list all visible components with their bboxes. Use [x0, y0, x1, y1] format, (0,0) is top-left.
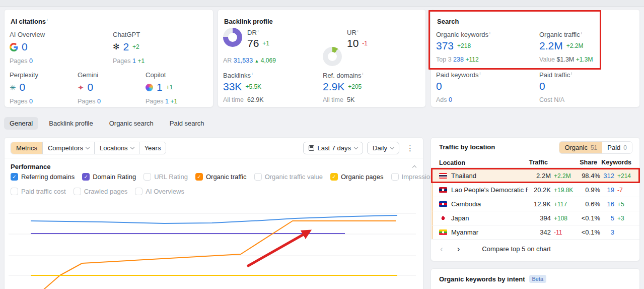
pages-count[interactable]: 0: [97, 98, 101, 105]
checkbox-checked-icon[interactable]: ✓: [11, 173, 18, 181]
compare-top5-link[interactable]: Compare top 5 on chart: [482, 245, 551, 253]
pages-count[interactable]: 1: [165, 98, 169, 105]
checkbox-unchecked-icon[interactable]: [11, 188, 18, 195]
keywords-value[interactable]: 16: [600, 200, 614, 208]
checkbox-checked-icon[interactable]: ✓: [82, 173, 90, 181]
metric-checkbox-organic-traffic[interactable]: ✓Organic traffic: [195, 173, 247, 181]
paid-traffic-value[interactable]: 0: [539, 80, 545, 92]
ur-value: 10: [347, 37, 359, 49]
segment-locations[interactable]: Locations: [95, 142, 139, 154]
tab-general[interactable]: General: [4, 117, 38, 130]
share-value: 98.4%: [574, 172, 600, 180]
performance-title: Performance: [11, 163, 50, 170]
share-value: 0.9%: [574, 186, 600, 194]
checkbox-unchecked-icon[interactable]: [391, 173, 399, 181]
th-flag-icon: [439, 173, 447, 179]
gemini-icon: ✦: [78, 84, 84, 91]
date-range-button[interactable]: Last 7 days: [303, 142, 364, 154]
traffic-value: 2.2M: [528, 172, 551, 180]
tab-backlink-profile[interactable]: Backlink profile: [43, 117, 98, 130]
share-value: 0.6%: [574, 200, 600, 208]
table-row-japan[interactable]: Japan394+108<0.1%5+3: [431, 211, 639, 225]
checkbox-unchecked-icon[interactable]: [254, 173, 262, 181]
paid-keywords-value[interactable]: 0: [436, 80, 442, 92]
column-location: Location: [439, 159, 525, 167]
toggle-paid[interactable]: Paid0: [602, 142, 632, 153]
keywords-delta: -7: [614, 187, 631, 194]
copilot-value[interactable]: 1: [157, 81, 163, 93]
tab-paid-search[interactable]: Paid search: [164, 117, 210, 130]
keywords-value[interactable]: 19: [600, 186, 614, 194]
ref-domains-value[interactable]: 2.9K: [323, 81, 344, 93]
metric-checkbox-impressions[interactable]: Impressions: [391, 173, 437, 181]
organic-keywords-value[interactable]: 373: [436, 40, 454, 52]
ur-donut: [323, 47, 342, 66]
next-page-icon[interactable]: ›: [456, 245, 461, 253]
pages-count[interactable]: 0: [29, 57, 33, 65]
info-icon: i: [357, 29, 359, 33]
ads-count[interactable]: 0: [449, 96, 452, 103]
traffic-value: 12.9K: [528, 200, 551, 208]
perplexity-value[interactable]: 0: [20, 81, 26, 93]
location-name: Thailand: [451, 172, 476, 180]
pages-count[interactable]: 0: [29, 98, 33, 105]
table-pagination: ‹ › Compare top 5 on chart: [439, 245, 551, 253]
info-icon: i: [571, 71, 572, 76]
table-row-myanmar[interactable]: Myanmar342-11<0.1%3: [431, 225, 639, 240]
metric-copilot: Copilot 1 +1 Pages 1 +1: [146, 71, 177, 105]
search-title: Search: [437, 18, 459, 25]
granularity-button[interactable]: Daily: [367, 142, 399, 154]
table-row-cambodia[interactable]: Cambodia12.9K+1170.6%16+5: [431, 197, 639, 211]
checkbox-checked-icon[interactable]: ✓: [195, 173, 203, 181]
table-row-thailand[interactable]: Thailand2.2M+2.2M98.4%312+214: [431, 169, 639, 183]
backlinks-value[interactable]: 33K: [223, 81, 242, 93]
collapse-chevron-icon[interactable]: [412, 165, 416, 169]
share-value: <0.1%: [574, 228, 600, 236]
segment-competitors[interactable]: Competitors: [43, 142, 95, 154]
location-table-body: Thailand2.2M+2.2M98.4%312+214Lao People'…: [431, 169, 639, 240]
performance-chart: [5, 198, 424, 289]
checkbox-unchecked-icon[interactable]: [144, 173, 151, 181]
chart-line-organic-traffic: [41, 221, 396, 289]
metric-checkbox-crawled-pages[interactable]: Crawled pages: [74, 188, 128, 195]
metric-checkbox-domain-rating[interactable]: ✓Domain Rating: [82, 173, 136, 181]
info-icon: i: [363, 72, 364, 76]
chevron-down-icon: [390, 145, 394, 149]
dr-donut: [223, 28, 242, 47]
prev-page-icon[interactable]: ‹: [439, 245, 444, 253]
pages-count[interactable]: 1: [132, 57, 136, 65]
chatgpt-value[interactable]: 2: [123, 41, 129, 53]
location-name: Cambodia: [451, 200, 481, 208]
metric-checkbox-paid-traffic-cost[interactable]: Paid traffic cost: [11, 188, 66, 195]
ai-citations-card: AI citationsi AI Overview 0 Pages 0 Chat…: [4, 9, 213, 107]
gemini-value[interactable]: 0: [88, 81, 94, 93]
metric-perplexity: Perplexity ✳ 0 Pages 0: [10, 71, 38, 105]
tab-organic-search[interactable]: Organic search: [104, 117, 159, 130]
traffic-delta: +117: [551, 201, 574, 208]
toggle-organic[interactable]: Organic51: [559, 142, 602, 153]
metric-checkbox-row-2: Paid traffic costCrawled pagesAI Overvie…: [11, 188, 184, 195]
beta-badge: Beta: [529, 275, 547, 283]
ar-value[interactable]: 31,533: [234, 57, 253, 64]
checkbox-unchecked-icon[interactable]: [135, 188, 142, 195]
segment-metrics[interactable]: Metrics: [11, 142, 43, 154]
keywords-value[interactable]: 5: [600, 214, 614, 222]
metric-checkbox-organic-traffic-value[interactable]: Organic traffic value: [254, 173, 323, 181]
checkbox-checked-icon[interactable]: ✓: [330, 173, 338, 181]
segment-years[interactable]: Years: [139, 142, 166, 154]
metric-checkbox-organic-pages[interactable]: ✓Organic pages: [330, 173, 384, 181]
organic-traffic-value[interactable]: 2.2M: [539, 40, 563, 52]
table-row-lao-people-s-democratic-reput[interactable]: Lao People's Democratic Reput20.2K+19.8K…: [431, 183, 639, 197]
ai-overview-value[interactable]: 0: [22, 41, 28, 53]
top-header-strip: [0, 0, 644, 7]
metric-checkbox-url-rating[interactable]: URL Rating: [144, 173, 188, 181]
metric-checkbox-ai-overviews[interactable]: AI Overviews: [135, 188, 184, 195]
metric-checkbox-referring-domains[interactable]: ✓Referring domains: [11, 173, 75, 181]
kebab-menu-icon[interactable]: ⋮: [403, 143, 417, 154]
checkbox-unchecked-icon[interactable]: [74, 188, 81, 195]
info-icon: i: [252, 72, 253, 76]
keywords-value[interactable]: 312: [600, 172, 614, 180]
keywords-value[interactable]: 3: [600, 228, 614, 236]
location-name: Myanmar: [451, 228, 478, 236]
top3-value[interactable]: 238: [453, 56, 464, 63]
